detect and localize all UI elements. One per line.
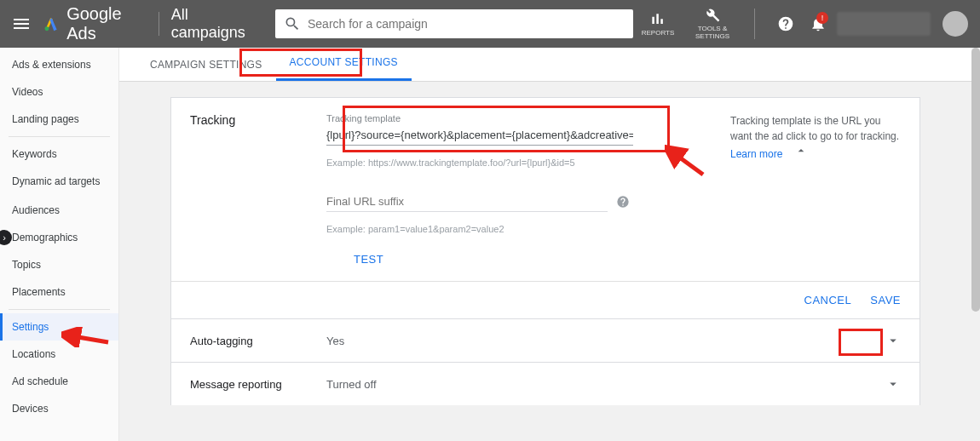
nav-topics[interactable]: Topics	[0, 251, 118, 278]
scrollbar[interactable]	[971, 48, 980, 312]
product-logo[interactable]: Google Ads	[43, 4, 147, 43]
test-button[interactable]: TEST	[354, 253, 383, 266]
auto-tagging-row[interactable]: Auto-tagging Yes	[170, 319, 920, 363]
notification-badge: !	[816, 12, 828, 24]
app-header: Google Ads All campaigns REPORTS TOOLS &…	[0, 0, 980, 48]
chevron-down-icon	[885, 333, 901, 348]
divider	[754, 9, 755, 39]
final-url-suffix-example: Example: param1=value1&param2=value2	[326, 224, 713, 234]
nav-demographics[interactable]: Demographics	[0, 224, 118, 251]
tracking-template-example: Example: https://www.trackingtemplate.fo…	[326, 158, 713, 168]
divider	[9, 309, 110, 310]
search-input[interactable]	[308, 17, 625, 31]
nav-settings[interactable]: Settings	[0, 313, 118, 341]
final-url-suffix-input[interactable]	[326, 192, 608, 212]
google-ads-logo-icon	[43, 14, 60, 33]
tracking-panel: Tracking Tracking template Example: http…	[170, 97, 920, 319]
nav-ad-schedule[interactable]: Ad schedule	[0, 368, 118, 395]
cancel-button[interactable]: CANCEL	[804, 294, 852, 306]
tracking-section-title: Tracking	[190, 113, 326, 281]
reports-icon	[649, 11, 666, 28]
divider	[9, 136, 110, 137]
learn-more-link[interactable]: Learn more	[730, 148, 782, 160]
header-right: REPORTS TOOLS & SETTINGS !	[633, 5, 968, 43]
message-reporting-row[interactable]: Message reporting Turned off	[170, 363, 920, 405]
menu-icon[interactable]	[12, 14, 31, 34]
help-icon[interactable]	[616, 195, 630, 209]
help-button[interactable]	[772, 10, 799, 37]
tab-account-settings[interactable]: ACCOUNT SETTINGS	[276, 46, 412, 81]
notifications-button[interactable]: !	[804, 10, 832, 37]
page-title: All campaigns	[171, 6, 258, 42]
tracking-help-text: Tracking template is the URL you want th…	[730, 113, 901, 281]
left-nav: Ads & extensions Videos Landing pages Ke…	[0, 48, 119, 441]
tracking-template-label: Tracking template	[326, 113, 713, 123]
help-icon	[777, 15, 794, 32]
svg-point-0	[45, 26, 49, 31]
nav-devices[interactable]: Devices	[0, 395, 118, 422]
search-icon	[284, 15, 301, 32]
nav-dynamic-ad-targets[interactable]: Dynamic ad targets	[0, 168, 118, 197]
chevron-down-icon	[885, 376, 901, 392]
nav-placements[interactable]: Placements	[0, 278, 118, 306]
tab-campaign-settings[interactable]: CAMPAIGN SETTINGS	[136, 49, 276, 81]
chevron-up-icon[interactable]	[794, 144, 808, 158]
avatar[interactable]	[943, 11, 968, 37]
tools-settings-button[interactable]: TOOLS & SETTINGS	[688, 5, 737, 43]
main-content: CAMPAIGN SETTINGS ACCOUNT SETTINGS Track…	[119, 48, 971, 441]
action-bar: CANCEL SAVE	[171, 281, 919, 318]
product-name: Google Ads	[66, 4, 147, 43]
tracking-template-input[interactable]	[326, 125, 633, 146]
nav-ads-extensions[interactable]: Ads & extensions	[0, 51, 118, 78]
nav-audiences[interactable]: Audiences	[0, 197, 118, 224]
settings-tabs: CAMPAIGN SETTINGS ACCOUNT SETTINGS	[119, 48, 971, 82]
nav-landing-pages[interactable]: Landing pages	[0, 106, 118, 133]
search-box[interactable]	[275, 9, 633, 38]
reports-button[interactable]: REPORTS	[633, 5, 683, 43]
divider	[159, 12, 159, 36]
account-email[interactable]	[837, 12, 931, 36]
save-button[interactable]: SAVE	[870, 294, 901, 306]
nav-locations[interactable]: Locations	[0, 341, 118, 368]
nav-videos[interactable]: Videos	[0, 78, 118, 106]
nav-keywords[interactable]: Keywords	[0, 140, 118, 168]
wrench-icon	[704, 7, 721, 24]
